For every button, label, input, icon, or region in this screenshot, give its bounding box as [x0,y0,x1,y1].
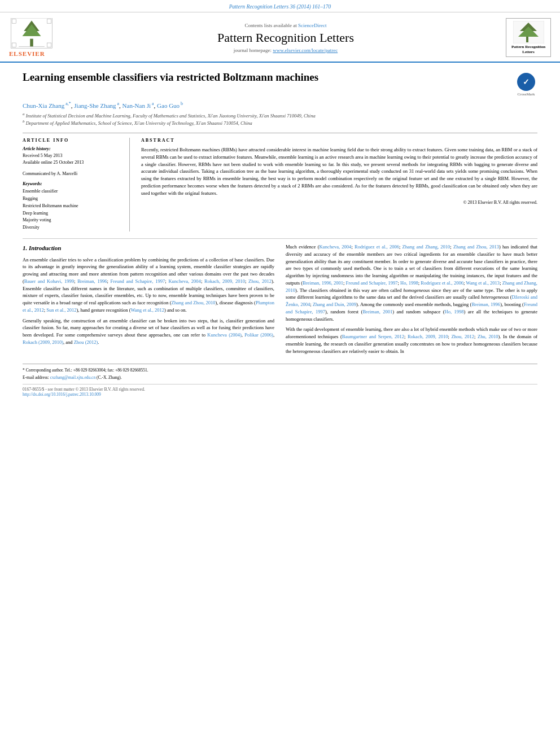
license-text: 0167-8655/$ - see front matter © 2013 El… [23,387,537,392]
keyword-2: Bagging [23,195,123,203]
cite-bauer[interactable]: Bauer and Kohavi, 1999 [24,278,74,284]
article-info-heading: ARTICLE INFO [23,138,123,143]
author-4[interactable]: Gao Guo [157,102,180,109]
author-2-sup: a [116,101,120,106]
body-para-1: An ensemble classifier tries to solve a … [23,256,274,314]
cite-sun[interactable]: Sun et al., 2012 [46,307,76,313]
author-3-sup: a [151,101,154,106]
cite-kuncheva-r[interactable]: Kuncheva, 2004 [319,244,351,250]
crossmark-label: CrossMark [515,92,537,97]
author-1[interactable]: Chun-Xia Zhang [23,102,64,109]
keyword-4: Deep learning [23,210,123,217]
sciencedirect-link[interactable]: ScienceDirect [298,23,326,28]
homepage-url[interactable]: www.elsevier.com/locate/patrec [273,47,338,53]
elsevier-wordmark: ELSEVIER [9,50,45,57]
cite-wang2013[interactable]: Wang et al., 2013 [466,280,500,286]
affiliation-a: a Institute of Statistical Decision and … [23,112,537,120]
cite-polikar[interactable]: Polikar (2006) [244,332,273,338]
author-2[interactable]: Jiang-She Zhang [74,102,116,109]
cite-breiman2001[interactable]: Breiman, 2001 [362,309,392,314]
article-footer: * Corresponding author. Tel.: +86 029 82… [23,364,537,397]
body-col-right: Much evidence (Kuncheva, 2004; Rodríguez… [286,243,537,358]
journal-title: Pattern Recognition Letters [71,30,500,45]
cite-breiman96[interactable]: Breiman, 1996 [77,278,107,284]
author-3[interactable]: Nan-Nan Ji [123,102,151,109]
body-col-left: 1. Introduction An ensemble classifier t… [23,243,274,358]
keywords-label: Keywords: [23,181,123,186]
svg-rect-7 [12,43,16,47]
abstract-text: Recently, restricted Boltzmann machines … [141,146,537,196]
affiliations: a Institute of Statistical Decision and … [23,112,537,127]
cite-ho[interactable]: Ho, 1998 [400,280,418,286]
cite-freund97[interactable]: Freund and Schapire, 1997 [111,278,165,284]
elsevier-tree-icon [9,18,54,49]
cite-zhu[interactable]: Zhu, 2010 [478,334,498,339]
journal-header-center: Contents lists available at ScienceDirec… [71,23,500,53]
keyword-1: Ensemble classifier [23,188,123,195]
history-label: Article history: [23,146,123,151]
body-para-r1: Much evidence (Kuncheva, 2004; Rodríguez… [286,243,537,322]
abstract-heading: ABSTRACT [141,138,537,143]
crossmark-icon: ✓ [517,73,535,91]
svg-rect-12 [526,37,528,42]
footnote-email-link[interactable]: cxzhang@mail.xjtu.edu.cn [50,375,95,380]
page: Pattern Recognition Letters 36 (2014) 16… [0,0,560,747]
footnote-email-label: E-mail address: [23,375,49,380]
cite-breiman96b[interactable]: Breiman, 1996 [471,302,500,307]
cite-zhang-zhou2[interactable]: Zhang and Zhou, 2013 [453,244,499,250]
received-date: Received 5 May 2013 [23,152,123,159]
body-para-2: Generally speaking, the construction of … [23,317,274,346]
section-1-heading: 1. Introduction [23,243,274,253]
cite-kuncheva2[interactable]: Kuncheva (2004) [207,332,241,338]
journal-logo-graphic [513,21,544,43]
cite-wang2012[interactable]: Wang et al., 2012 [130,307,164,313]
cite-kuncheva[interactable]: Kuncheva, 2004 [168,278,200,284]
affiliation-a-text: Institute of Statistical Decision and Ma… [26,112,316,118]
cite-rokach0910[interactable]: Rokach, 2009, 2010 [204,278,245,284]
cite-freund-r[interactable]: Freund and Schapire, 1997 [346,280,398,286]
article-info-column: ARTICLE INFO Article history: Received 5… [23,138,130,231]
footer-license: 0167-8655/$ - see front matter © 2013 El… [23,384,537,397]
keyword-3: Restricted Boltzmann machine [23,203,123,210]
cite-zhou2[interactable]: Zhou (2012) [74,339,98,345]
cite-rodriguez[interactable]: Rodríguez et al., 2006 [355,244,399,250]
journal-header: ELSEVIER Contents lists available at Sci… [0,12,560,63]
keyword-5: Majority voting [23,217,123,224]
abstract-copyright: © 2013 Elsevier B.V. All rights reserved… [141,200,537,205]
sciencedirect-line: Contents lists available at ScienceDirec… [71,23,500,28]
top-bar: Pattern Recognition Letters 36 (2014) 16… [0,0,560,12]
cite-zhou3[interactable]: Zhou, 2012 [451,334,474,339]
cite-rokach2[interactable]: Rokach (2009, 2010) [23,339,63,345]
article-title-section: Learning ensemble classifiers via restri… [23,71,537,97]
footnote-email-line: E-mail address: cxzhang@mail.xjtu.edu.cn… [23,375,537,381]
elsevier-logo: ELSEVIER [9,18,71,57]
author-4-sup: b [180,101,183,106]
cite-rodriguez2[interactable]: Rodríguez et al., 2006 [421,280,463,286]
affiliation-b-text: Department of Applied Mathematics, Schoo… [26,120,252,126]
doi-link[interactable]: http://dx.doi.org/10.1016/j.patrec.2013.… [23,392,101,397]
body-para-r2: With the rapid development of ensemble l… [286,326,537,355]
cite-zhang-duin[interactable]: Zhang and Duin, 2009 [313,302,356,307]
cite-zhou2012[interactable]: Zhou, 2012 [248,278,272,284]
svg-rect-1 [30,39,33,47]
elsevier-logo-container: ELSEVIER [9,18,71,57]
authors-line: Chun-Xia Zhang a,*, Jiang-She Zhang a, N… [23,101,537,109]
journal-logo-right: Pattern RecognitionLetters [500,18,551,57]
body-divider [23,238,537,239]
cite-rokach3[interactable]: Rokach, 2009, 2010 [408,334,448,339]
author-1-sup: a,* [64,101,71,106]
article-content: Learning ensemble classifiers via restri… [0,63,560,405]
communicated-by: Communicated by A. Marcelli [23,171,123,177]
cite-ho2[interactable]: Ho, 1998 [445,309,464,314]
svg-rect-5 [12,19,16,23]
cite-breiman-r[interactable]: Breiman, 1996, 2001 [303,280,343,286]
svg-rect-8 [47,43,51,47]
affiliation-b: b Department of Applied Mathematics, Sch… [23,119,537,127]
heterogeneous-emphasis: heterogeneous [481,294,509,300]
abstract-column: ABSTRACT Recently, restricted Boltzmann … [141,138,537,231]
footnote-star-text: * Corresponding author. Tel.: +86 029 82… [23,368,148,373]
cite-zhang-zhang[interactable]: Zhang and Zhang, 2010 [403,244,450,250]
cite-zhang-zhou[interactable]: Zhang and Zhou, 2010 [172,300,216,305]
info-abstract-section: ARTICLE INFO Article history: Received 5… [23,133,537,231]
cite-baumgartner[interactable]: Baumgartner and Serpen, 2012 [342,334,404,339]
